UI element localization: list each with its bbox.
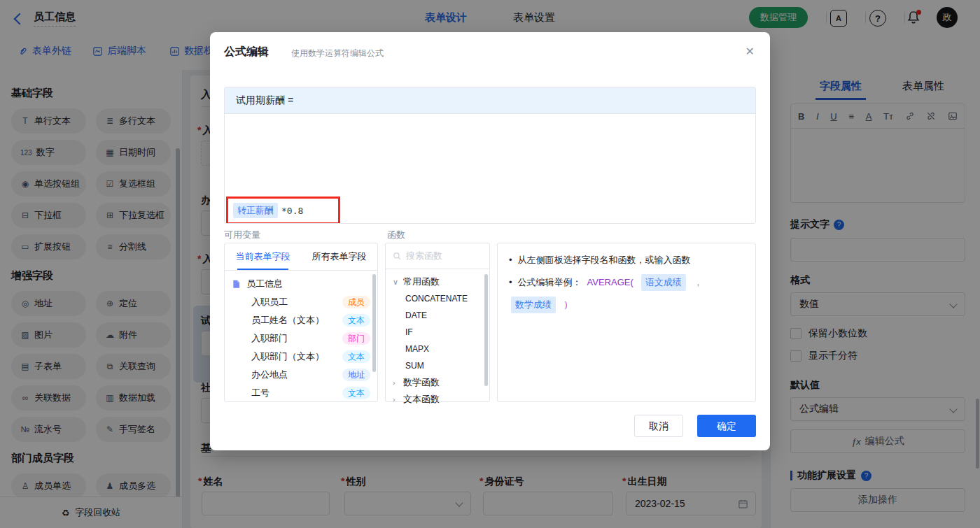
type-badge: 文本 <box>342 387 370 399</box>
search-icon <box>393 252 402 261</box>
formula-body[interactable]: 转正薪酬 *0.8 <box>225 114 755 224</box>
variables-scrollbar[interactable] <box>372 274 376 372</box>
function-item[interactable]: DATE <box>386 307 489 324</box>
confirm-button[interactable]: 确定 <box>697 415 756 437</box>
type-badge: 部门 <box>342 332 370 345</box>
app-window: 员工信息 表单设计 表单设置 数据管理 A ? 政 表单外链 后端脚本 数据权 … <box>0 0 980 528</box>
function-group-common[interactable]: ∨常用函数 <box>386 273 489 290</box>
function-item[interactable]: MAPX <box>386 341 489 357</box>
modal-title: 公式编辑 <box>224 45 269 59</box>
variable-item[interactable]: 员工姓名（文本）文本 <box>225 311 377 329</box>
function-name: AVERAGE( <box>587 276 634 290</box>
form-file-icon <box>232 279 241 289</box>
field-chip[interactable]: 转正薪酬 <box>233 203 278 218</box>
functions-scrollbar[interactable] <box>484 274 488 386</box>
modal-subtitle: 使用数学运算符编辑公式 <box>291 48 384 59</box>
variable-item[interactable]: 工号文本 <box>225 384 377 402</box>
type-badge: 文本 <box>342 350 370 363</box>
example-field-chip: 数学成绩 <box>511 297 556 313</box>
annotation-highlight-box: 转正薪酬 *0.8 <box>226 197 340 224</box>
type-badge: 成员 <box>342 296 370 308</box>
search-placeholder: 搜索函数 <box>406 250 442 262</box>
formula-editor: 试用期薪酬 = 转正薪酬 *0.8 <box>224 87 756 224</box>
example-field-chip: 语文成绩 <box>641 274 686 291</box>
function-item[interactable]: IF <box>386 324 489 341</box>
variables-label: 可用变量 <box>224 229 260 241</box>
variable-item[interactable]: 入职员工成员 <box>225 293 377 311</box>
tip-example-line: • 公式编辑举例： AVERAGE( 语文成绩 ， 数学成绩 ） <box>509 274 744 313</box>
tab-current-form-fields[interactable]: 当前表单字段 <box>225 243 301 270</box>
formula-edit-modal: 公式编辑 使用数学运算符编辑公式 ✕ 试用期薪酬 = 转正薪酬 *0.8 可用变… <box>210 32 770 450</box>
functions-label: 函数 <box>387 229 405 241</box>
functions-panel: 搜索函数 ∨常用函数 CONCATENATE DATE IF MAPX SUM … <box>385 243 490 402</box>
variable-tree-root[interactable]: 员工信息 <box>225 275 377 293</box>
function-item[interactable]: CONCATENATE <box>386 290 489 307</box>
close-icon[interactable]: ✕ <box>746 45 755 58</box>
tips-panel: •从左侧面板选择字段名和函数，或输入函数 • 公式编辑举例： AVERAGE( … <box>497 243 756 402</box>
function-group-math[interactable]: ›数学函数 <box>386 374 489 391</box>
type-badge: 地址 <box>342 369 370 381</box>
function-item[interactable]: SUM <box>386 357 489 374</box>
variable-item[interactable]: 办公地点地址 <box>225 366 377 384</box>
formula-target: 试用期薪酬 = <box>225 87 755 114</box>
function-group-text[interactable]: ›文本函数 <box>386 391 489 408</box>
variable-item[interactable]: 入职部门（文本）文本 <box>225 348 377 366</box>
variables-panel: 当前表单字段 所有表单字段 员工信息 入职员工成员 员工姓名（文本）文本 入职部… <box>224 243 378 402</box>
variables-tabs: 当前表单字段 所有表单字段 <box>225 243 377 271</box>
tab-all-form-fields[interactable]: 所有表单字段 <box>301 243 377 270</box>
variable-item[interactable]: 入职部门部门 <box>225 329 377 348</box>
type-badge: 文本 <box>342 314 370 327</box>
cancel-button[interactable]: 取消 <box>634 415 683 437</box>
function-search[interactable]: 搜索函数 <box>386 243 489 269</box>
tip-line: •从左侧面板选择字段名和函数，或输入函数 <box>509 253 744 267</box>
formula-expression: *0.8 <box>281 206 303 216</box>
